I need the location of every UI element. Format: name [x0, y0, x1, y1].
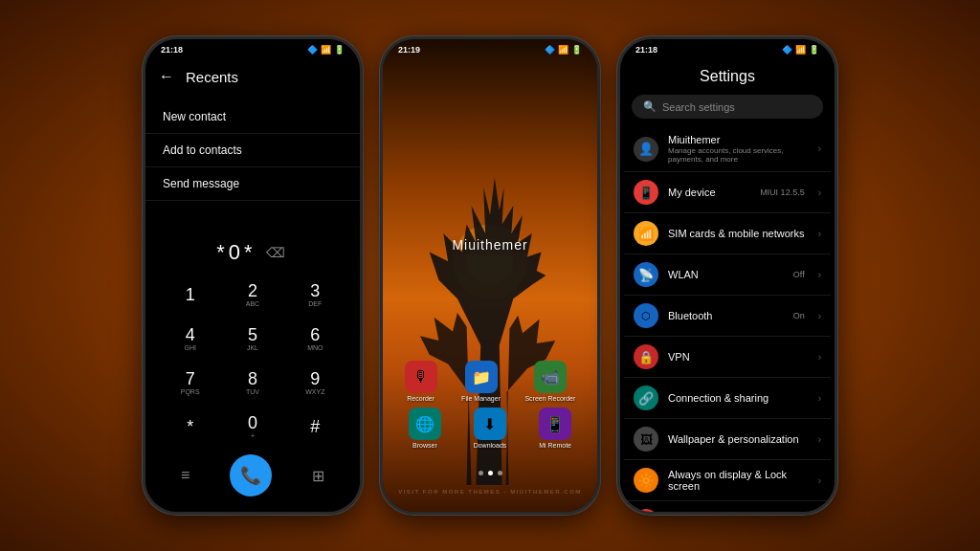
new-contact-item[interactable]: New contact — [145, 100, 360, 134]
display-icon: 📺 — [634, 509, 658, 512]
vpn-content: VPN — [668, 351, 809, 363]
miuithemer-icon: 👤 — [634, 137, 658, 162]
sim-icon: 📶 — [634, 221, 658, 246]
dialer-bottom: ≡ 📞 ⊞ — [145, 447, 360, 502]
app-screenrecorder[interactable]: 📹 Screen Recorder — [524, 361, 575, 402]
status-icons-3: 🔷 📶 🔋 — [782, 45, 819, 55]
time-2: 21:19 — [398, 45, 420, 55]
miuithemer-content: Miuithemer Manage accounts, cloud servic… — [668, 134, 809, 164]
call-button[interactable]: 📞 — [230, 454, 272, 496]
key-2[interactable]: 2 ABC — [223, 275, 281, 315]
settings-item-vpn[interactable]: 🔒 VPN › — [624, 337, 831, 378]
chevron-0: › — [818, 143, 821, 154]
bluetooth-content: Bluetooth — [668, 310, 784, 321]
settings-list: 👤 Miuithemer Manage accounts, cloud serv… — [620, 126, 835, 512]
app-miremote[interactable]: 📱 Mi Remote — [539, 408, 571, 449]
search-icon: 🔍 — [643, 100, 657, 113]
key-8[interactable]: 8 TUV — [223, 363, 281, 403]
settings-item-mydevice[interactable]: 📱 My device MIUI 12.5.5 › — [624, 172, 831, 213]
dialpad-nav-icon[interactable]: ⊞ — [312, 467, 324, 485]
dialer-section: *0* ⌫ 1 2 ABC 3 DEF 4 GHI — [145, 207, 360, 512]
key-3[interactable]: 3 DEF — [286, 275, 345, 315]
bluetooth-name: Bluetooth — [668, 310, 784, 321]
connection-content: Connection & sharing — [668, 392, 809, 404]
chevron-8: › — [818, 475, 821, 486]
settings-screen: Settings 🔍 Search settings 👤 Miuithemer … — [620, 58, 835, 512]
recents-header: ← Recents — [145, 58, 360, 95]
app-row-2: 🌐 Browser ⬇ Downloads 📱 Mi Remote — [392, 408, 588, 449]
bt-icon: 🔷 — [307, 45, 318, 55]
wlan-value: Off — [793, 270, 805, 279]
connection-name: Connection & sharing — [668, 392, 809, 404]
lockscreen-content: Always on display & Lock screen — [668, 469, 809, 492]
home-screen[interactable]: Miuithemer 🎙 Recorder 📁 File Manager 📹 S… — [383, 39, 597, 512]
settings-item-wlan[interactable]: 📡 WLAN Off › — [624, 254, 831, 296]
settings-item-miuithemer[interactable]: 👤 Miuithemer Manage accounts, cloud serv… — [624, 126, 831, 172]
status-icons-2: 🔷 📶 🔋 — [545, 45, 582, 55]
dot-3 — [498, 471, 502, 475]
settings-title: Settings — [620, 58, 835, 91]
bt-icon-2: 🔷 — [545, 45, 555, 55]
status-bar-3: 21:18 🔷 📶 🔋 — [620, 39, 835, 58]
dialer-display: *0* ⌫ — [145, 231, 360, 275]
key-1[interactable]: 1 — [161, 275, 219, 315]
key-0[interactable]: 0 + — [223, 407, 281, 447]
settings-item-wallpaper[interactable]: 🖼 Wallpaper & personalization › — [624, 419, 831, 460]
back-button[interactable]: ← — [159, 68, 174, 85]
app-row-1: 🎙 Recorder 📁 File Manager 📹 Screen Recor… — [392, 361, 588, 402]
phone-3: 21:18 🔷 📶 🔋 Settings 🔍 Search settings 👤… — [617, 36, 837, 515]
lockscreen-icon: 🔆 — [634, 468, 658, 493]
chevron-5: › — [818, 352, 821, 363]
app-filemanager[interactable]: 📁 File Manager — [461, 361, 501, 402]
time-3: 21:18 — [635, 45, 657, 55]
recents-menu: New contact Add to contacts Send message — [145, 95, 360, 207]
recents-screen: ← Recents New contact Add to contacts Se… — [145, 58, 360, 512]
bluetooth-value: On — [793, 311, 805, 320]
wlan-content: WLAN — [668, 269, 784, 280]
watermark: VISIT FOR MORE THEMES - MIUITHEMER.COM — [398, 489, 582, 495]
mydevice-value: MIUI 12.5.5 — [760, 187, 805, 197]
chevron-7: › — [818, 434, 821, 445]
key-5[interactable]: 5 JKL — [223, 319, 281, 359]
app-browser[interactable]: 🌐 Browser — [409, 408, 441, 449]
key-star[interactable]: * — [161, 407, 219, 447]
settings-item-lockscreen[interactable]: 🔆 Always on display & Lock screen › — [624, 460, 831, 501]
battery-icon-2: 🔋 — [571, 45, 582, 55]
wallpaper-icon: 🖼 — [634, 427, 658, 452]
chevron-4: › — [818, 311, 821, 321]
mydevice-name: My device — [668, 187, 750, 198]
chevron-2: › — [818, 229, 821, 239]
dot-1 — [479, 471, 483, 475]
send-message-item[interactable]: Send message — [145, 167, 360, 201]
connection-icon: 🔗 — [634, 386, 658, 410]
vpn-name: VPN — [668, 351, 809, 363]
wallpaper-content: Wallpaper & personalization — [668, 433, 809, 445]
signal-icon: 📶 — [321, 45, 331, 55]
phone-1: 21:18 🔷 📶 🔋 ← Recents New contact Add to… — [143, 36, 363, 515]
key-7[interactable]: 7 PQRS — [161, 363, 219, 403]
dial-number: *0* — [216, 240, 256, 265]
add-to-contacts-item[interactable]: Add to contacts — [145, 134, 360, 167]
sim-content: SIM cards & mobile networks — [668, 228, 809, 239]
search-bar[interactable]: 🔍 Search settings — [632, 95, 823, 119]
battery-icon: 🔋 — [334, 45, 345, 55]
key-4[interactable]: 4 GHI — [161, 319, 219, 359]
app-recorder[interactable]: 🎙 Recorder — [405, 361, 437, 402]
home-dock — [383, 471, 597, 475]
miuithemer-name: Miuithemer — [668, 134, 809, 145]
delete-icon[interactable]: ⌫ — [266, 245, 289, 260]
settings-item-display[interactable]: 📺 Display › — [624, 501, 831, 512]
wallpaper-name: Wallpaper & personalization — [668, 433, 809, 445]
key-9[interactable]: 9 WXYZ — [286, 363, 345, 403]
settings-item-bluetooth[interactable]: ⬡ Bluetooth On › — [624, 296, 831, 337]
key-6[interactable]: 6 MNO — [286, 319, 345, 359]
wlan-name: WLAN — [668, 269, 784, 280]
menu-nav-icon[interactable]: ≡ — [181, 467, 189, 484]
key-hash[interactable]: # — [286, 407, 345, 447]
chevron-1: › — [818, 187, 821, 198]
settings-item-sim[interactable]: 📶 SIM cards & mobile networks › — [624, 213, 831, 254]
settings-item-connection[interactable]: 🔗 Connection & sharing › — [624, 378, 831, 419]
chevron-3: › — [818, 270, 821, 280]
sim-name: SIM cards & mobile networks — [668, 228, 809, 239]
app-downloads[interactable]: ⬇ Downloads — [474, 408, 507, 449]
